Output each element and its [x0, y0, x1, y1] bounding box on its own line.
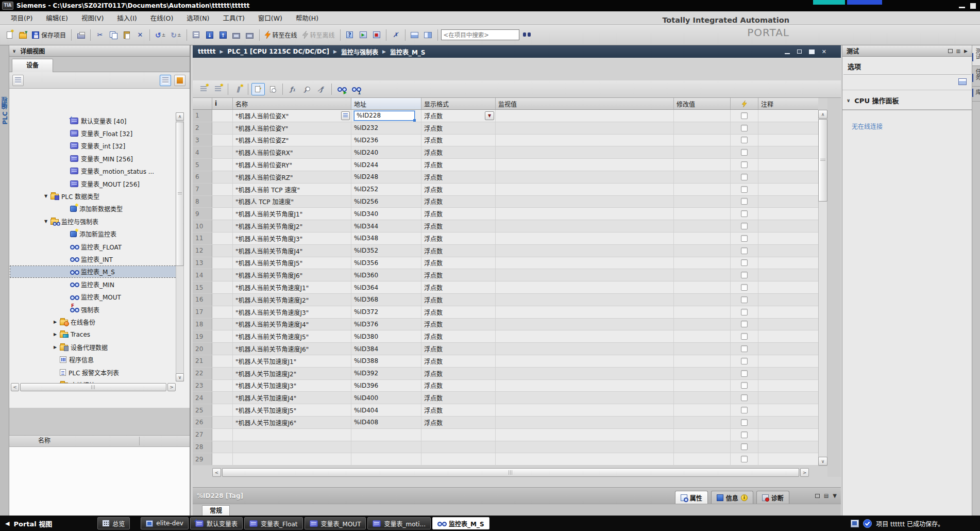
tag-name-cell[interactable]: "机器人当前关节角速度J5"	[233, 330, 351, 342]
comment-cell[interactable]	[758, 233, 818, 244]
menu-item[interactable]: 在线(O)	[144, 11, 180, 25]
upload-from-device-button[interactable]: ↑	[217, 28, 229, 42]
tree-sort-button[interactable]	[12, 75, 24, 86]
portal-view-button[interactable]: ◀ Portal 视图	[5, 519, 52, 528]
comment-cell[interactable]	[758, 319, 818, 330]
modify-enable-checkbox[interactable]	[741, 321, 748, 327]
address-cell[interactable]: %ID356	[351, 257, 421, 269]
search-input[interactable]	[441, 29, 519, 40]
tree-item[interactable]: 添加新数据类型	[10, 203, 180, 214]
address-cell[interactable]: %ID368	[351, 294, 421, 306]
split-vertical-button[interactable]	[422, 28, 434, 42]
tree-expand-arrow-icon[interactable]: ▶	[50, 332, 60, 337]
tag-name-cell[interactable]: "机器人关节加速度J5"	[233, 404, 351, 416]
display-format-cell[interactable]: 浮点数	[421, 135, 496, 146]
address-cell[interactable]: %ID388	[351, 355, 421, 367]
modify-value-cell[interactable]	[674, 220, 731, 232]
menu-item[interactable]: 插入(I)	[110, 11, 143, 25]
taskbar-window-button[interactable]: elite-dev	[141, 517, 189, 529]
address-cell[interactable]: %ID340	[351, 208, 421, 220]
tree-view-button[interactable]	[160, 75, 171, 86]
address-cell[interactable]: %ID228	[351, 110, 421, 122]
comment-cell[interactable]	[758, 368, 818, 379]
modify-value-cell[interactable]	[674, 380, 731, 392]
address-cell[interactable]	[351, 429, 421, 441]
tab-general[interactable]: 常规	[202, 505, 230, 516]
comment-cell[interactable]	[758, 355, 818, 367]
inspector-collapse-icon[interactable]: ▼	[833, 493, 837, 499]
modify-value-cell[interactable]	[674, 306, 731, 318]
modify-value-cell[interactable]	[674, 330, 731, 342]
tag-name-cell[interactable]: "机器人关节加速度J1"	[233, 355, 351, 367]
modify-value-cell[interactable]	[674, 208, 731, 220]
tree-expand-arrow-icon[interactable]: ▶	[50, 345, 60, 350]
table-scroll-up-button[interactable]: ∧	[818, 110, 827, 119]
modify-enable-checkbox[interactable]	[741, 370, 748, 377]
open-project-button[interactable]	[16, 28, 29, 42]
address-cell[interactable]: %ID248	[351, 171, 421, 183]
address-cell[interactable]: %ID404	[351, 404, 421, 416]
editor-close-icon[interactable]: ✕	[822, 48, 826, 55]
compile-button[interactable]	[190, 28, 202, 42]
insert-comment-row-button[interactable]: ∥✱	[231, 83, 245, 95]
tree-item[interactable]: ▶Traces	[10, 329, 180, 340]
address-cell[interactable]: %ID372	[351, 306, 421, 318]
stop-cpu-button[interactable]	[244, 28, 256, 42]
tag-name-cell[interactable]: "机器人当前关节角速度J3"	[233, 306, 351, 318]
tag-name-cell[interactable]: "机器人当前 TCP 速度"	[233, 184, 351, 195]
display-format-cell[interactable]: 浮点数	[421, 404, 496, 416]
modify-bolt-column-header[interactable]	[731, 98, 758, 109]
taskbar-window-button[interactable]: 默认变量表	[190, 517, 243, 529]
redo-dropdown-icon[interactable]: ±	[177, 32, 181, 38]
address-cell[interactable]: %ID236	[351, 135, 421, 146]
editor-maximize-icon[interactable]	[809, 49, 815, 54]
modify-enable-checkbox[interactable]	[741, 235, 748, 242]
tag-name-cell[interactable]: "机器人当前关节角度J4"	[233, 245, 351, 257]
tree-item[interactable]: 监控表_INT	[10, 253, 180, 264]
tree-item[interactable]: 变量表_Float [32]	[10, 127, 180, 139]
comment-cell[interactable]	[758, 294, 818, 306]
start-cpu-button[interactable]	[230, 28, 243, 42]
test-panel-expand-icon[interactable]: ▶	[964, 48, 968, 54]
modify-enable-checkbox[interactable]	[741, 125, 748, 131]
detail-view-header[interactable]: ∨ 详细视图	[9, 45, 190, 57]
undo-dropdown-icon[interactable]: ±	[162, 32, 166, 38]
comment-cell[interactable]	[758, 110, 818, 122]
address-cell[interactable]: %ID348	[351, 233, 421, 244]
table-vertical-scrollbar-thumb[interactable]	[818, 119, 827, 202]
download-to-device-button[interactable]: ↓	[204, 28, 216, 42]
insert-row-button[interactable]	[197, 83, 210, 95]
display-format-cell[interactable]: 浮点数	[421, 257, 496, 269]
modify-enable-checkbox[interactable]	[741, 284, 748, 291]
modify-enable-checkbox[interactable]	[741, 358, 748, 364]
display-format-cell[interactable]: 浮点数	[421, 184, 496, 195]
tree-scroll-down-button[interactable]: ∨	[176, 373, 184, 381]
modify-enable-checkbox[interactable]	[741, 443, 748, 450]
address-cell[interactable]: %ID244	[351, 159, 421, 171]
monitor-value-column-header[interactable]: 监视值	[496, 98, 674, 109]
display-format-cell[interactable]: 浮点数	[421, 281, 496, 293]
paste-button[interactable]	[121, 28, 133, 42]
expanded-mode-button[interactable]: ▶	[335, 83, 348, 95]
comment-cell[interactable]	[758, 429, 818, 441]
comment-cell[interactable]	[758, 453, 818, 465]
display-format-cell[interactable]: 浮点数	[421, 233, 496, 244]
modify-value-cell[interactable]	[674, 171, 731, 183]
menu-item[interactable]: 编辑(E)	[39, 11, 75, 25]
display-format-cell[interactable]: 浮点数	[421, 319, 496, 330]
modify-enable-checkbox[interactable]	[741, 186, 748, 193]
tag-name-cell[interactable]: "机器人当前关节角度J1"	[233, 208, 351, 220]
taskbar-window-button[interactable]: 变量表_Float	[244, 517, 303, 529]
modify-value-cell[interactable]	[674, 392, 731, 404]
table-scroll-right-button[interactable]: >	[800, 468, 809, 477]
address-cell[interactable]: %ID396	[351, 380, 421, 392]
tag-selection-button[interactable]	[341, 111, 350, 120]
tree-item[interactable]: ▶在线备份	[10, 316, 180, 327]
display-format-cell[interactable]: 浮点数	[421, 122, 496, 134]
modify-value-cell[interactable]	[674, 404, 731, 416]
inspector-float-icon[interactable]	[815, 494, 820, 498]
comment-cell[interactable]	[758, 404, 818, 416]
print-button[interactable]	[75, 28, 87, 42]
modify-enable-checkbox[interactable]	[741, 174, 748, 180]
editor-restore-icon[interactable]	[797, 49, 802, 54]
